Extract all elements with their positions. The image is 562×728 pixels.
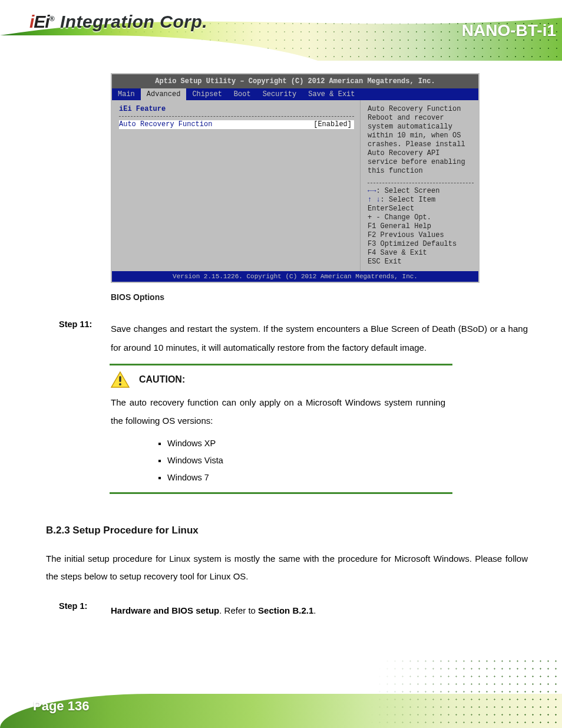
bios-tab: Save & Exit (302, 88, 361, 100)
bios-tab: Boot (228, 88, 257, 100)
arrows-left-right-icon: ←→ (368, 187, 376, 195)
bios-left-pane: iEi Feature Auto Recovery Function [Enab… (112, 100, 361, 271)
bios-group-title: iEi Feature (119, 105, 354, 114)
step-linux-1: Step 1: Hardware and BIOS setup. Refer t… (111, 601, 528, 620)
page-header-banner: iEi® Integration Corp. NANO-BT-i1 (0, 0, 562, 67)
svg-point-2 (119, 383, 121, 386)
caution-text: The auto recovery function can only appl… (111, 394, 458, 430)
bios-figure: Aptio Setup Utility – Copyright (C) 2012… (111, 73, 480, 283)
divider-bottom (110, 492, 452, 494)
arrows-up-down-icon: ↑ ↓ (368, 196, 381, 204)
figure-caption: BIOS Options (111, 289, 528, 305)
bios-tab: Security (257, 88, 303, 100)
divider-top (110, 364, 452, 365)
caution-os-list: Windows XP Windows Vista Windows 7 (167, 435, 458, 486)
step-label: Step 11: (59, 319, 92, 329)
page-number: Page 136 (33, 699, 89, 714)
caution-icon (111, 371, 130, 388)
caution-label: CAUTION: (139, 374, 185, 385)
company-logo: iEi® Integration Corp. (29, 12, 207, 32)
page-content: Aptio Setup Utility – Copyright (C) 2012… (0, 71, 562, 620)
step-11: Step 11: Save changes and restart the sy… (111, 319, 528, 357)
bios-title-bar: Aptio Setup Utility – Copyright (C) 2012… (112, 74, 478, 88)
bios-tab: Main (112, 88, 141, 100)
bios-help-pane: Auto Recovery Function Reboot and recove… (361, 100, 478, 271)
bios-tab-selected: Advanced (141, 88, 187, 100)
page-footer-banner: Page 136 (0, 669, 562, 728)
list-item: Windows Vista (167, 452, 458, 469)
bios-tabs: Main Advanced Chipset Boot Security Save… (112, 88, 478, 100)
bios-tab: Chipset (186, 88, 227, 100)
list-item: Windows XP (167, 435, 458, 452)
section-heading: B.2.3 Setup Procedure for Linux (46, 523, 528, 538)
bios-item-auto-recovery: Auto Recovery Function [Enabled] (119, 120, 354, 129)
step-body: Save changes and restart the system. If … (111, 319, 528, 357)
svg-rect-1 (119, 376, 121, 382)
caution-note: CAUTION: The auto recovery function can … (111, 364, 458, 494)
section-body: The initial setup procedure for Linux sy… (46, 550, 528, 585)
list-item: Windows 7 (167, 469, 458, 486)
product-title: NANO-BT-i1 (462, 21, 556, 40)
step-label: Step 1: (59, 601, 87, 611)
bios-footer: Version 2.15.1226. Copyright (C) 2012 Am… (112, 271, 478, 282)
step-body: Hardware and BIOS setup. Refer to Sectio… (111, 601, 528, 620)
